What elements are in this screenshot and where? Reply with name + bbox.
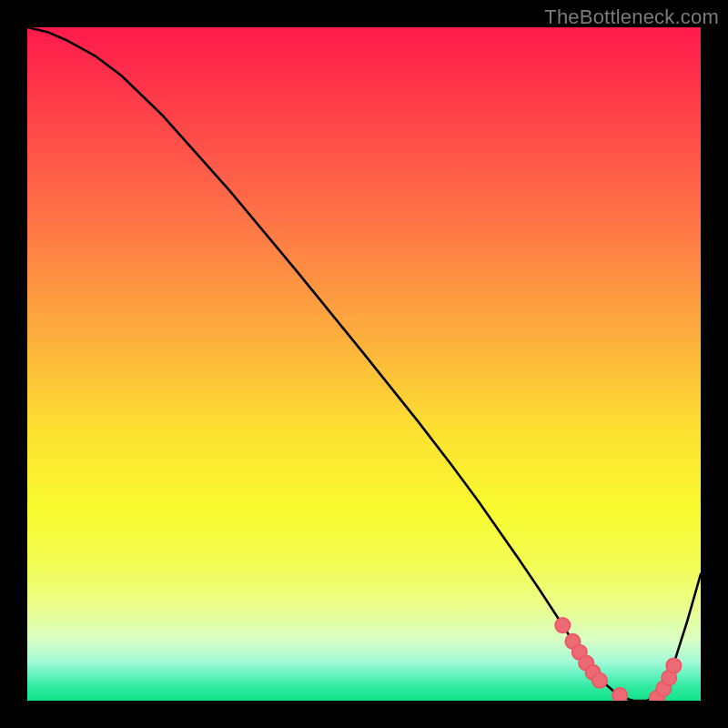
marker-dot [666, 658, 681, 672]
plot-area [27, 27, 701, 701]
chart-frame: TheBottleneck.com [0, 0, 728, 728]
curve-layer [27, 27, 701, 701]
bottleneck-curve [27, 27, 701, 701]
curve-markers [555, 618, 681, 701]
marker-dot [592, 673, 607, 688]
marker-dot [555, 618, 570, 632]
watermark-text: TheBottleneck.com [544, 5, 719, 29]
marker-dot [612, 688, 627, 701]
